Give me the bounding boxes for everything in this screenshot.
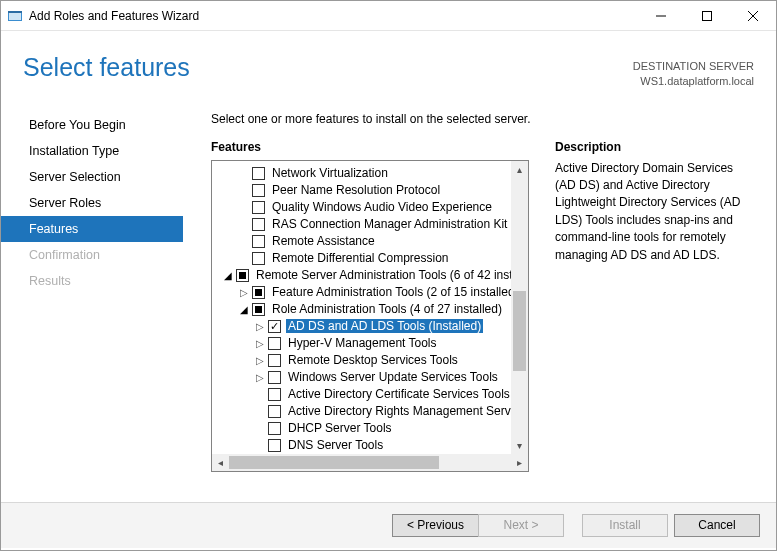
tree-row[interactable]: ▷Feature Administration Tools (2 of 15 i… bbox=[212, 284, 528, 301]
checkbox[interactable] bbox=[252, 286, 265, 299]
intro-text: Select one or more features to install o… bbox=[211, 112, 754, 126]
nav-item-server-selection[interactable]: Server Selection bbox=[1, 164, 183, 190]
destination-label: DESTINATION SERVER bbox=[633, 59, 754, 74]
tree-row[interactable]: Remote Assistance bbox=[212, 233, 528, 250]
tree-item-label[interactable]: Active Directory Certificate Services To… bbox=[286, 387, 512, 401]
tree-item-label[interactable]: Quality Windows Audio Video Experience bbox=[270, 200, 494, 214]
nav-item-before-you-begin[interactable]: Before You Begin bbox=[1, 112, 183, 138]
checkbox[interactable] bbox=[236, 269, 249, 282]
checkbox[interactable] bbox=[252, 218, 265, 231]
destination-server: WS1.dataplatform.local bbox=[633, 74, 754, 89]
expand-icon[interactable]: ▷ bbox=[254, 321, 266, 332]
horizontal-scrollbar[interactable]: ◂ ▸ bbox=[212, 454, 528, 471]
checkbox[interactable] bbox=[268, 439, 281, 452]
description-text: Active Directory Domain Services (AD DS)… bbox=[555, 160, 754, 264]
features-tree: Network VirtualizationPeer Name Resoluti… bbox=[211, 160, 529, 472]
tree-item-label[interactable]: Windows Server Update Services Tools bbox=[286, 370, 500, 384]
page-title: Select features bbox=[23, 53, 190, 82]
window-controls bbox=[638, 1, 776, 30]
expand-icon[interactable]: ▷ bbox=[254, 355, 266, 366]
checkbox[interactable] bbox=[268, 388, 281, 401]
checkbox[interactable] bbox=[252, 167, 265, 180]
tree-row[interactable]: ▷AD DS and AD LDS Tools (Installed) bbox=[212, 318, 528, 335]
expand-icon[interactable]: ▷ bbox=[254, 338, 266, 349]
maximize-button[interactable] bbox=[684, 1, 730, 30]
vertical-scrollbar[interactable]: ▴ ▾ bbox=[511, 161, 528, 454]
nav-item-server-roles[interactable]: Server Roles bbox=[1, 190, 183, 216]
features-column: Features Network VirtualizationPeer Name… bbox=[211, 140, 529, 502]
previous-button[interactable]: < Previous bbox=[392, 514, 478, 537]
tree-item-label[interactable]: Remote Differential Compression bbox=[270, 251, 451, 265]
tree-item-label[interactable]: Remote Desktop Services Tools bbox=[286, 353, 460, 367]
tree-row[interactable]: Peer Name Resolution Protocol bbox=[212, 182, 528, 199]
cancel-button[interactable]: Cancel bbox=[674, 514, 760, 537]
nav-item-installation-type[interactable]: Installation Type bbox=[1, 138, 183, 164]
minimize-button[interactable] bbox=[638, 1, 684, 30]
checkbox[interactable] bbox=[252, 252, 265, 265]
tree-item-label[interactable]: RAS Connection Manager Administration Ki… bbox=[270, 217, 528, 231]
tree-item-label[interactable]: Network Virtualization bbox=[270, 166, 390, 180]
titlebar: Add Roles and Features Wizard bbox=[1, 1, 776, 31]
scroll-right-icon[interactable]: ▸ bbox=[511, 454, 528, 471]
tree-row[interactable]: ▷Hyper-V Management Tools bbox=[212, 335, 528, 352]
tree-body[interactable]: Network VirtualizationPeer Name Resoluti… bbox=[212, 161, 528, 454]
tree-item-label[interactable]: Remote Server Administration Tools (6 of… bbox=[254, 268, 528, 282]
description-label: Description bbox=[555, 140, 754, 154]
tree-row[interactable]: Active Directory Certificate Services To… bbox=[212, 386, 528, 403]
tree-item-label[interactable]: DNS Server Tools bbox=[286, 438, 385, 452]
next-button[interactable]: Next > bbox=[478, 514, 564, 537]
scroll-up-icon[interactable]: ▴ bbox=[511, 161, 528, 178]
features-label: Features bbox=[211, 140, 529, 154]
checkbox[interactable] bbox=[252, 235, 265, 248]
tree-row[interactable]: ▷Remote Desktop Services Tools bbox=[212, 352, 528, 369]
checkbox[interactable] bbox=[268, 371, 281, 384]
svg-rect-1 bbox=[9, 13, 21, 20]
tree-row[interactable]: ◢Remote Server Administration Tools (6 o… bbox=[212, 267, 528, 284]
scroll-down-icon[interactable]: ▾ bbox=[511, 437, 528, 454]
tree-row[interactable]: Network Virtualization bbox=[212, 165, 528, 182]
collapse-icon[interactable]: ◢ bbox=[238, 304, 250, 315]
collapse-icon[interactable]: ◢ bbox=[222, 270, 234, 281]
tree-row[interactable]: DHCP Server Tools bbox=[212, 420, 528, 437]
tree-row[interactable]: RAS Connection Manager Administration Ki… bbox=[212, 216, 528, 233]
tree-item-label[interactable]: Active Directory Rights Management Servi… bbox=[286, 404, 528, 418]
content: Select one or more features to install o… bbox=[183, 97, 776, 502]
footer: < Previous Next > Install Cancel bbox=[1, 502, 776, 548]
horizontal-scroll-thumb[interactable] bbox=[229, 456, 439, 469]
tree-row[interactable]: ◢Role Administration Tools (4 of 27 inst… bbox=[212, 301, 528, 318]
app-icon bbox=[7, 8, 23, 24]
close-button[interactable] bbox=[730, 1, 776, 30]
wizard-nav: Before You BeginInstallation TypeServer … bbox=[1, 97, 183, 502]
install-button[interactable]: Install bbox=[582, 514, 668, 537]
tree-item-label[interactable]: Feature Administration Tools (2 of 15 in… bbox=[270, 285, 521, 299]
expand-icon[interactable]: ▷ bbox=[238, 287, 250, 298]
checkbox[interactable] bbox=[252, 184, 265, 197]
nav-item-features[interactable]: Features bbox=[1, 216, 183, 242]
checkbox[interactable] bbox=[268, 422, 281, 435]
tree-item-label[interactable]: DHCP Server Tools bbox=[286, 421, 394, 435]
tree-item-label[interactable]: Remote Assistance bbox=[270, 234, 377, 248]
tree-item-label[interactable]: Role Administration Tools (4 of 27 insta… bbox=[270, 302, 504, 316]
checkbox[interactable] bbox=[268, 405, 281, 418]
tree-item-label[interactable]: AD DS and AD LDS Tools (Installed) bbox=[286, 319, 483, 333]
checkbox[interactable] bbox=[268, 337, 281, 350]
tree-row[interactable]: ▷Windows Server Update Services Tools bbox=[212, 369, 528, 386]
expand-icon[interactable]: ▷ bbox=[254, 372, 266, 383]
description-column: Description Active Directory Domain Serv… bbox=[555, 140, 754, 502]
window-title: Add Roles and Features Wizard bbox=[29, 9, 638, 23]
checkbox[interactable] bbox=[252, 201, 265, 214]
svg-rect-2 bbox=[8, 11, 22, 13]
tree-row[interactable]: Quality Windows Audio Video Experience bbox=[212, 199, 528, 216]
checkbox[interactable] bbox=[268, 320, 281, 333]
main: Before You BeginInstallation TypeServer … bbox=[1, 97, 776, 502]
scroll-left-icon[interactable]: ◂ bbox=[212, 454, 229, 471]
vertical-scroll-thumb[interactable] bbox=[513, 291, 526, 371]
checkbox[interactable] bbox=[268, 354, 281, 367]
checkbox[interactable] bbox=[252, 303, 265, 316]
tree-row[interactable]: Active Directory Rights Management Servi… bbox=[212, 403, 528, 420]
tree-row[interactable]: Remote Differential Compression bbox=[212, 250, 528, 267]
tree-item-label[interactable]: Peer Name Resolution Protocol bbox=[270, 183, 442, 197]
svg-rect-4 bbox=[703, 11, 712, 20]
tree-item-label[interactable]: Hyper-V Management Tools bbox=[286, 336, 439, 350]
tree-row[interactable]: DNS Server Tools bbox=[212, 437, 528, 454]
